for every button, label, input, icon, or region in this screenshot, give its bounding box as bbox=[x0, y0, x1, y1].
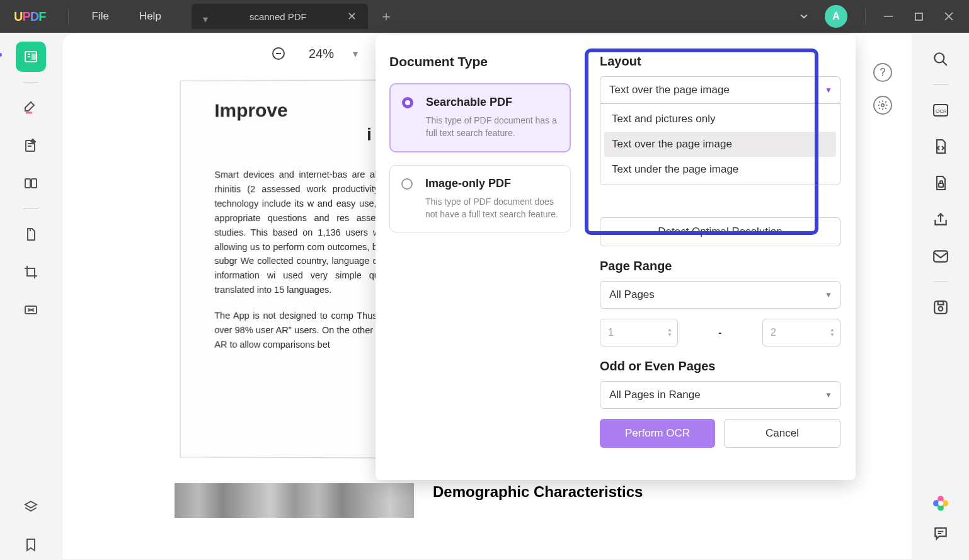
page-image-placeholder bbox=[175, 483, 414, 518]
menu-help[interactable]: Help bbox=[124, 10, 176, 23]
svg-point-23 bbox=[881, 104, 885, 107]
svg-rect-17 bbox=[938, 301, 944, 304]
radio-unselected-icon bbox=[401, 178, 413, 190]
doc-type-searchable-desc: This type of PDF document has a full tex… bbox=[426, 114, 558, 140]
doc-type-imageonly[interactable]: Image-only PDF This type of PDF document… bbox=[389, 165, 571, 233]
page-from-input[interactable]: 1 ▲▼ bbox=[600, 319, 678, 346]
svg-rect-14 bbox=[934, 251, 948, 261]
range-dash: - bbox=[684, 327, 756, 338]
svg-rect-13 bbox=[939, 183, 943, 187]
search-button[interactable] bbox=[927, 45, 955, 73]
app-logo: UPDF bbox=[14, 9, 45, 24]
page-subheading: Demographic Characteristics bbox=[433, 483, 643, 501]
layout-dropdown[interactable]: Text over the page image ▼ Text and pict… bbox=[600, 76, 840, 104]
form-tool-button[interactable] bbox=[16, 219, 46, 249]
menu-file[interactable]: File bbox=[76, 10, 123, 23]
crop-tool-button[interactable] bbox=[16, 257, 46, 287]
chevron-down-icon[interactable] bbox=[798, 11, 810, 22]
left-toolbar bbox=[0, 33, 62, 560]
svg-rect-6 bbox=[32, 179, 37, 188]
page-range-dropdown[interactable]: All Pages ▼ bbox=[600, 281, 840, 309]
stepper-icon[interactable]: ▲▼ bbox=[667, 328, 672, 338]
highlight-tool-button[interactable] bbox=[16, 93, 46, 123]
close-tab-icon[interactable]: ✕ bbox=[347, 9, 357, 23]
protect-button[interactable] bbox=[927, 169, 955, 197]
help-icon[interactable]: ? bbox=[873, 63, 892, 82]
document-tab[interactable]: ▾ scanned PDF ✕ bbox=[192, 4, 368, 29]
layout-option[interactable]: Text under the page image bbox=[604, 157, 836, 182]
ai-button[interactable] bbox=[927, 489, 955, 517]
chevron-down-icon: ▼ bbox=[825, 290, 832, 299]
zoom-dropdown-icon[interactable]: ▾ bbox=[353, 48, 358, 60]
ocr-button[interactable]: OCR bbox=[927, 96, 955, 124]
cancel-button[interactable]: Cancel bbox=[724, 419, 840, 448]
detect-resolution-button[interactable]: Detect Optimal Resolution bbox=[600, 217, 840, 246]
odd-even-heading: Odd or Even Pages bbox=[600, 359, 840, 374]
svg-rect-1 bbox=[915, 13, 922, 20]
chevron-down-icon: ▼ bbox=[825, 391, 832, 399]
zoom-level: 24% bbox=[306, 47, 337, 61]
separator bbox=[68, 8, 69, 25]
convert-button[interactable] bbox=[927, 133, 955, 161]
perform-ocr-button[interactable]: Perform OCR bbox=[600, 419, 715, 448]
stepper-icon[interactable]: ▲▼ bbox=[830, 328, 835, 338]
pin-icon: ▾ bbox=[203, 13, 209, 20]
reader-tool-button[interactable] bbox=[16, 42, 46, 72]
svg-point-16 bbox=[939, 307, 943, 311]
svg-rect-3 bbox=[32, 54, 35, 59]
save-button[interactable] bbox=[927, 294, 955, 321]
svg-rect-5 bbox=[25, 179, 30, 188]
layers-button[interactable] bbox=[16, 492, 46, 522]
svg-point-10 bbox=[934, 53, 944, 62]
layout-value: Text over the page image bbox=[609, 84, 730, 96]
layout-dropdown-list: Text and pictures only Text over the pag… bbox=[600, 103, 840, 185]
page-range-heading: Page Range bbox=[600, 259, 840, 273]
bookmark-button[interactable] bbox=[16, 530, 46, 560]
odd-even-value: All Pages in Range bbox=[609, 389, 701, 401]
radio-selected-icon bbox=[402, 97, 413, 108]
comment-button[interactable] bbox=[927, 520, 955, 547]
minimize-button[interactable] bbox=[873, 4, 903, 29]
doc-type-imageonly-title: Image-only PDF bbox=[425, 177, 559, 190]
add-tab-button[interactable]: ＋ bbox=[379, 7, 393, 26]
svg-point-22 bbox=[938, 501, 943, 506]
edit-tool-button[interactable] bbox=[16, 130, 46, 161]
maximize-button[interactable] bbox=[903, 4, 934, 29]
doc-type-searchable-title: Searchable PDF bbox=[426, 96, 558, 109]
redact-tool-button[interactable] bbox=[16, 295, 46, 325]
chevron-down-icon: ▼ bbox=[825, 86, 832, 94]
doc-type-heading: Document Type bbox=[389, 54, 571, 69]
svg-text:OCR: OCR bbox=[936, 108, 947, 114]
svg-rect-0 bbox=[884, 16, 893, 17]
share-button[interactable] bbox=[927, 206, 955, 234]
tab-title: scanned PDF bbox=[222, 11, 335, 22]
email-button[interactable] bbox=[927, 243, 955, 270]
separator bbox=[865, 8, 866, 25]
right-toolbar: OCR bbox=[912, 33, 969, 560]
page-range-value: All Pages bbox=[609, 289, 655, 301]
ocr-panel: Document Type Searchable PDF This type o… bbox=[376, 35, 856, 480]
gear-icon[interactable] bbox=[873, 96, 892, 115]
doc-type-searchable[interactable]: Searchable PDF This type of PDF document… bbox=[389, 83, 571, 152]
layout-option[interactable]: Text over the page image bbox=[604, 132, 836, 157]
close-window-button[interactable] bbox=[934, 4, 964, 29]
zoom-out-button[interactable] bbox=[267, 42, 290, 65]
layout-option[interactable]: Text and pictures only bbox=[604, 106, 836, 132]
user-avatar[interactable]: A bbox=[825, 5, 847, 28]
pages-tool-button[interactable] bbox=[16, 168, 46, 198]
doc-type-imageonly-desc: This type of PDF document does not have … bbox=[425, 195, 559, 221]
layout-heading: Layout bbox=[600, 54, 840, 69]
page-to-input[interactable]: 2 ▲▼ bbox=[762, 319, 840, 346]
odd-even-dropdown[interactable]: All Pages in Range ▼ bbox=[600, 381, 840, 409]
titlebar: UPDF File Help ▾ scanned PDF ✕ ＋ A bbox=[0, 0, 969, 33]
